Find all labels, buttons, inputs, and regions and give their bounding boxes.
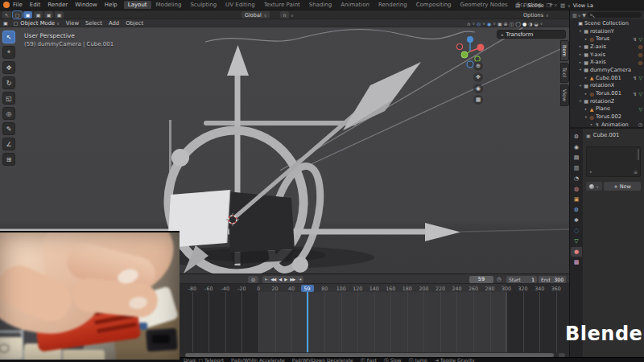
outliner-item-z-axis[interactable]: ▸▦Z-axis◎ [570,43,644,51]
stopwatch-icon[interactable]: ◷ [638,121,642,127]
tab-physics[interactable]: ◌ [571,226,582,236]
add-cube-tool[interactable]: ⊞ [2,153,15,166]
measure-tool[interactable]: ∠ [2,138,15,150]
workspace-tab-animation[interactable]: Animation [336,1,374,9]
sidebar-tab-tool[interactable]: Tool [560,63,569,82]
snap-magnet-icon[interactable]: ∩ [280,11,289,19]
outliner-item-scene-collection[interactable]: ▣Scene Collection [570,19,644,27]
wireframe-shading-icon[interactable]: ◯ [515,21,521,27]
transform-orientation-dropdown[interactable]: Global ∨ [242,11,270,19]
jump-to-start-button[interactable]: ⇤ [265,277,267,282]
scene-selector[interactable]: Scene [528,2,544,9]
tab-particles[interactable]: ✱ [571,216,582,225]
menu-file[interactable]: File [13,2,23,8]
outliner-display-mode-dropdown[interactable]: ▥ ∨ [572,12,580,18]
workspace-tab-modeling[interactable]: Modeling [152,1,186,9]
active-tool-icon[interactable]: ↖ [2,11,11,19]
slot-scrollbar[interactable] [638,149,639,160]
playhead-frame-badge[interactable]: 59 [301,285,314,292]
camera-view-control[interactable]: ◉ [473,84,483,93]
snap-magnet-icon[interactable]: ∩ [467,21,470,27]
mesh-data-icon[interactable]: ▽ [638,75,642,80]
navigation-gizmo[interactable] [456,34,488,69]
playhead[interactable] [307,292,308,352]
torus-object-icon[interactable]: ◎ [638,60,642,65]
workspace-tab-geometry-nodes[interactable]: Geometry Nodes [456,1,512,9]
frame-start-field[interactable]: Start1 [506,276,537,283]
outliner-item-dummycamera[interactable]: ▾▦dummyCamera [570,66,644,74]
frame-end-field[interactable]: End300 [539,276,566,283]
outliner-item-rotationy[interactable]: ▾▦rotationY [570,27,644,35]
sidebar-tab-item[interactable]: Item [560,40,569,61]
viewport-menu-object[interactable]: Object [126,20,143,27]
mesh-data-icon[interactable]: ▽ [638,106,642,112]
prev-keyframe-button[interactable]: ◀◀ [270,277,275,282]
menu-help[interactable]: Help [105,2,118,8]
slot-menu-icon[interactable]: ≡ [634,169,638,175]
workspace-tab-sculpting[interactable]: Sculpting [186,1,221,9]
tab-modifiers[interactable]: ⚙ [571,205,582,215]
toggle-xray-icon[interactable]: ◫ [510,21,514,27]
annotate-tool[interactable]: ✎ [2,122,15,135]
viewport-menu-select[interactable]: Select [85,20,102,27]
select-mode-intersect-icon[interactable]: ▣ [55,11,64,19]
workspace-tab-layout[interactable]: Layout [124,1,151,9]
torus-object-icon[interactable]: ◎ [638,43,642,49]
next-keyframe-button[interactable]: ▶▶ [290,277,295,282]
unlink-scene-icon[interactable]: ✕ [553,2,557,9]
animation-data-icon[interactable]: ↯ [633,75,637,80]
move-tool[interactable]: ✥ [2,61,15,74]
jump-to-end-button[interactable]: ⇥ [298,277,300,282]
workspace-tab-rendering[interactable]: Rendering [374,1,411,9]
new-scene-icon[interactable]: ❐ [547,2,551,9]
menu-window[interactable]: Window [75,2,97,8]
workspace-tab-compositing[interactable]: Compositing [412,1,456,9]
rendered-shading-icon[interactable]: ◒ [535,21,539,27]
outliner-item-torus[interactable]: ▸◎Torus↯▽ [570,35,644,43]
options-dropdown[interactable]: Options ∨ [520,11,552,19]
tab-render[interactable]: ◉ [571,142,582,152]
select-mode-subtract-icon[interactable]: ▣ [44,11,53,19]
outliner-item-animation[interactable]: ▸↯Animation◷ [570,121,644,129]
pan-control[interactable]: ✥ [473,72,483,82]
outliner-item-rotationz[interactable]: ▾▦rotationZ [570,97,644,105]
transform-tool[interactable]: ◎ [2,107,15,120]
tab-material[interactable]: ● [571,247,582,257]
animation-data-icon[interactable]: ↯ [633,91,637,97]
select-mode-new-icon[interactable]: ▣ [23,11,32,19]
mode-dropdown[interactable]: Object Mode [20,20,55,27]
tab-object[interactable]: ▣ [571,195,582,204]
play-button[interactable]: ▶ [284,277,287,282]
rotate-tool[interactable]: ↻ [2,76,15,89]
outliner-item-torus-002[interactable]: ▾◎Torus.002 [570,113,644,121]
workspace-tab-uv-editing[interactable]: UV Editing [221,1,259,9]
view-layer-selector[interactable]: View La [573,2,593,9]
editor-type-icon[interactable]: ▣ [3,20,8,26]
outliner-item-plane[interactable]: ▸▲Plane▽ [570,105,644,113]
cursor-tool[interactable]: ⌖ [2,46,15,59]
mesh-data-icon[interactable]: ▽ [638,91,642,97]
scale-tool[interactable]: ◱ [2,92,15,105]
tab-tool[interactable]: ⚙ [571,132,582,142]
outliner-item-y-axis[interactable]: ▸▦Y-axis◎ [570,51,644,59]
proportional-editing-icon[interactable]: ◎ [477,21,481,27]
perspective-toggle[interactable]: ▦ [473,95,483,105]
current-frame-field[interactable]: 59 [469,276,493,283]
select-mode-extend-icon[interactable]: ▣ [34,11,43,19]
zoom-control[interactable]: ⊕ [473,61,483,71]
transform-panel-header[interactable]: ▸ Transform [497,30,566,39]
tab-world[interactable]: ◍ [571,184,582,194]
material-slot-list[interactable]: • ≡ [586,146,641,177]
select-box-tool[interactable]: ↖ [2,31,15,43]
tab-view-layer[interactable]: ▥ [571,163,582,173]
outliner-filter-button[interactable]: ▼ [582,12,586,18]
solid-shading-icon[interactable]: ● [522,21,526,27]
new-material-button[interactable]: + New [604,182,641,191]
pivot-point-icon[interactable]: ◉ [487,21,491,27]
outliner-item-torus-001[interactable]: ▸◎Torus.001↯▽ [570,89,644,97]
tab-scene[interactable]: ◔ [571,174,582,183]
menu-render[interactable]: Render [47,2,68,8]
tab-object-data[interactable]: ▽ [571,237,582,246]
select-box-tool-icon[interactable]: ▢ [13,11,22,19]
outliner-item-rotationx[interactable]: ▾▦rotationX [570,82,644,90]
